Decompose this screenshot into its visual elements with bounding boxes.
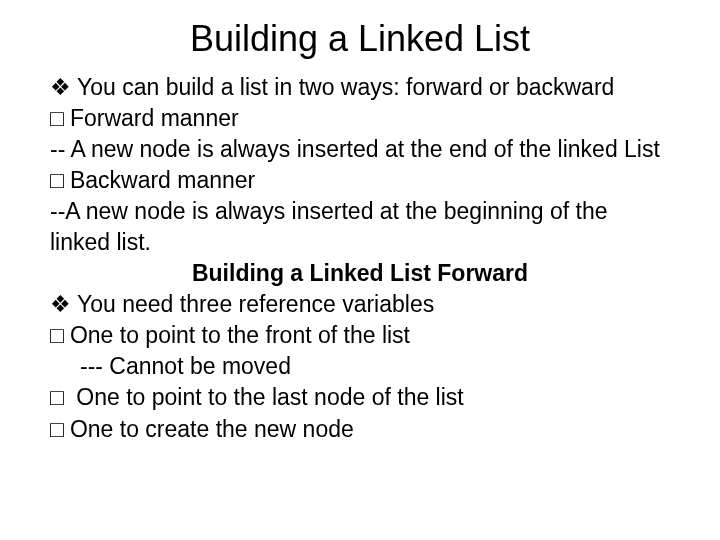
bullet-line: You need three reference variables — [50, 289, 670, 320]
bullet-line: Forward manner — [50, 103, 670, 134]
indented-line: --- Cannot be moved — [50, 351, 670, 382]
text-line: -- A new node is always inserted at the … — [50, 134, 670, 165]
slide-body: You can build a list in two ways: forwar… — [50, 72, 670, 445]
text-line: --A new node is always inserted at the b… — [50, 196, 670, 258]
slide-title: Building a Linked List — [50, 18, 670, 60]
bullet-line: Backward manner — [50, 165, 670, 196]
slide: Building a Linked List You can build a l… — [0, 0, 720, 540]
bullet-line: You can build a list in two ways: forwar… — [50, 72, 670, 103]
subheading: Building a Linked List Forward — [50, 258, 670, 289]
bullet-line: One to point to the last node of the lis… — [50, 382, 670, 413]
bullet-line: One to point to the front of the list — [50, 320, 670, 351]
bullet-line: One to create the new node — [50, 414, 670, 445]
